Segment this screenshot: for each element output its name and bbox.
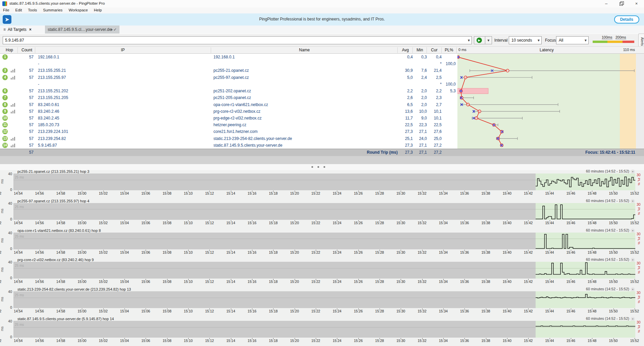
- cell-cur: 10,1: [427, 115, 442, 121]
- table-row-hop-9[interactable]: 95783.240.2.46prg-core-r2-vl32.netbox.cz…: [0, 108, 457, 115]
- start-options-dropdown[interactable]: ▾: [485, 36, 492, 44]
- table-row-hop-7[interactable]: 757213.155.251.205pc251-205.opanet.cz2,6…: [0, 94, 457, 101]
- cell-min: 2,4: [413, 74, 427, 81]
- menu-item-workspace[interactable]: Workspace: [65, 7, 91, 13]
- x-axis-tick-label: 15:20: [290, 221, 299, 225]
- table-row-hop-14[interactable]: 14575.9.145.87static.87.145.9.5.clients.…: [0, 142, 457, 149]
- table-row-hop-10[interactable]: 105783.240.2.45prg-edge-r2-vl32.netbox.c…: [0, 115, 457, 121]
- address-dropdown-icon[interactable]: ▾: [468, 37, 470, 44]
- cell-name: prg-core-r2-vl32.netbox.cz: [213, 108, 396, 115]
- x-axis-tick-label: 15:42: [524, 309, 533, 313]
- details-button[interactable]: Details: [614, 15, 639, 23]
- table-row-hop-1[interactable]: 157192.168.0.1192.168.0.10,40,30,4: [0, 54, 457, 60]
- table-row-hop-13[interactable]: 1357213.239.254.82static.213-239-254-82.…: [0, 135, 457, 142]
- x-axis-tick-label: 15:02: [99, 309, 108, 313]
- cell-name: hetzner.peering.cz: [213, 121, 396, 128]
- y-axis-unit-label: ms: [0, 322, 4, 336]
- x-axis-tick-label: 15:34: [439, 221, 448, 225]
- y-axis-min-label: 0: [4, 217, 12, 221]
- focus-region: [536, 174, 635, 190]
- target-address-input[interactable]: 5.9.145.87 ▾: [3, 36, 472, 44]
- x-axis-tick-label: 15:30: [396, 250, 405, 254]
- table-row-hop-3[interactable]: 357213.155.255.21pc255-21.opanet.cz30,97…: [0, 67, 457, 74]
- col-hop[interactable]: Hop: [3, 48, 16, 52]
- table-row-hop-6[interactable]: 657213.155.251.202pc251-202.opanet.cz2,2…: [0, 88, 457, 94]
- menu-item-help[interactable]: Help: [91, 7, 105, 13]
- cell-pl: 100,0: [442, 60, 456, 67]
- col-count[interactable]: Count: [19, 48, 35, 52]
- menu-item-summaries[interactable]: Summaries: [40, 7, 65, 13]
- interval-value: 10 seconds: [511, 38, 532, 43]
- x-axis-tick-label: 15:16: [248, 250, 256, 254]
- x-axis-tick-label: 15:28: [375, 309, 384, 313]
- pl-axis-max-label: 30: [637, 320, 641, 324]
- tab-target[interactable]: static.87.145.9.5.cl....your-server.de✓: [45, 26, 119, 34]
- x-axis-tick-label: 15:22: [311, 250, 320, 254]
- x-axis-tick-label: 15:36: [460, 339, 469, 343]
- cell-min: 0,3: [413, 54, 427, 60]
- timeline-plot[interactable]: 25 ms: [13, 291, 635, 308]
- cell-cur: 2,2: [427, 88, 442, 94]
- x-axis-tick-label: 15:22: [311, 309, 320, 313]
- close-button[interactable]: ×: [629, 0, 644, 7]
- col-name[interactable]: Name: [211, 48, 398, 52]
- x-axis-tick-label: 15:12: [205, 309, 214, 313]
- cell-min: 2,0: [413, 94, 427, 101]
- table-row-hop-11[interactable]: 1157185.0.20.73hetzner.peering.cz22,522,…: [0, 121, 457, 128]
- splitter-grip-icon[interactable]: [311, 166, 328, 168]
- new-tab-button[interactable]: +: [110, 26, 113, 34]
- timeline-plot[interactable]: 25 ms: [13, 233, 635, 249]
- timeline-plot[interactable]: 25 ms: [13, 321, 635, 338]
- timeline-range-label: 60 minutes (14:52 - 15:52): [586, 257, 629, 261]
- focus-range-label: Focus: 15:42:41 - 15:52:11: [585, 149, 635, 156]
- x-axis-tick-label: 15:18: [269, 191, 278, 195]
- tab-all-targets[interactable]: ≡All Targets×: [1, 26, 34, 34]
- menu-item-tools[interactable]: Tools: [25, 7, 40, 13]
- focus-select[interactable]: All ▾: [556, 36, 589, 44]
- col-ip[interactable]: IP: [35, 48, 211, 52]
- table-row-hop-8[interactable]: 85783.240.0.61opa-core-r1-vlan621.netbox…: [0, 101, 457, 108]
- x-axis-tick-label: 15:08: [162, 221, 171, 225]
- menu-item-edit[interactable]: Edit: [12, 7, 25, 13]
- x-axis-tick-label: 15:18: [269, 339, 278, 343]
- x-axis-tick-label: 15:50: [609, 191, 617, 195]
- x-axis-tick-label: 15:12: [205, 339, 214, 343]
- start-trace-button[interactable]: ▶: [474, 36, 485, 44]
- tab-close-icon[interactable]: ×: [29, 27, 32, 32]
- x-axis-tick-label: 14:58: [56, 339, 65, 343]
- x-axis-tick-label: 15:30: [396, 339, 405, 343]
- pl-axis-label: PL %: [637, 266, 641, 274]
- col-avg[interactable]: Avg: [398, 48, 413, 52]
- x-axis-tick-label: 15:32: [417, 191, 426, 195]
- x-axis-tick-label: 15:22: [311, 191, 320, 195]
- hamburger-icon: ≡: [3, 27, 6, 32]
- table-row-hop-4[interactable]: 457213.155.255.97pc255-97.opanet.cz5,02,…: [0, 74, 457, 81]
- x-axis-tick-label: 14:56: [35, 250, 44, 254]
- menu-item-file[interactable]: File: [0, 7, 12, 13]
- timeline-plot[interactable]: 25 ms: [13, 174, 635, 190]
- cell-ip: 213.155.255.97: [38, 74, 207, 81]
- x-axis-tick-label: 15:16: [248, 309, 256, 313]
- col-cur[interactable]: Cur: [427, 48, 442, 52]
- interval-select[interactable]: 10 seconds ▾: [509, 36, 542, 44]
- col-min[interactable]: Min: [413, 48, 427, 52]
- hop-badge: 11: [2, 122, 8, 128]
- y-axis-unit-label: ms: [0, 293, 4, 306]
- timeline-series-svg: [536, 174, 635, 190]
- timeline-plot[interactable]: 25 ms: [13, 203, 635, 220]
- col-pl[interactable]: PL%: [442, 48, 456, 52]
- cell-count: 57: [18, 108, 34, 115]
- table-row-hop-12[interactable]: 1257213.239.224.101core21.fsn1.hetzner.c…: [0, 128, 457, 135]
- maximize-button[interactable]: [614, 0, 629, 7]
- table-row-timeout[interactable]: -*100,0: [0, 60, 457, 67]
- x-axis-tick-label: 15:48: [588, 339, 596, 343]
- x-axis-tick-label: 15:08: [162, 309, 171, 313]
- x-axis-tick-label: 15:20: [290, 339, 299, 343]
- x-axis-tick-label: 14:56: [35, 280, 44, 284]
- table-row-timeout[interactable]: -*100,0: [0, 81, 457, 88]
- cell-count: 57: [18, 94, 34, 101]
- hop-badge: 13: [2, 136, 8, 141]
- hop-badge: 4: [2, 75, 8, 80]
- timeline-plot[interactable]: 25 ms: [13, 262, 635, 279]
- minimize-button[interactable]: –: [599, 0, 614, 7]
